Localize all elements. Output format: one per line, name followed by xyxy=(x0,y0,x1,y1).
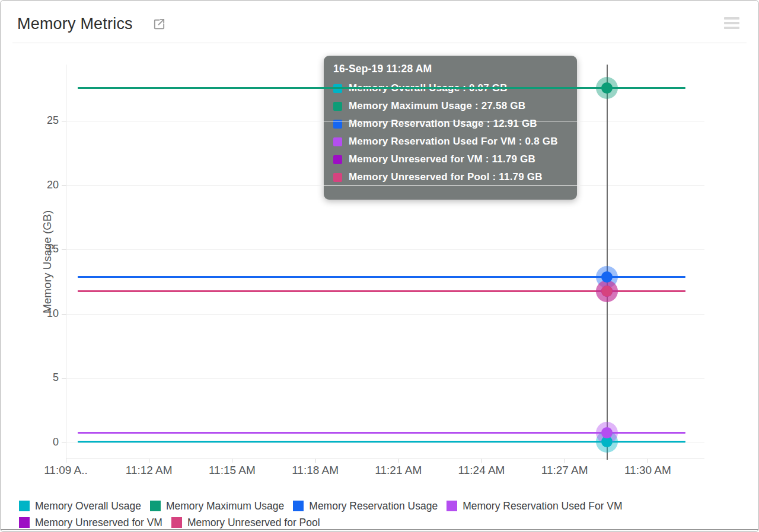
hover-marker-dot[interactable] xyxy=(601,427,613,438)
y-gridline xyxy=(66,249,704,250)
tooltip-row: Memory Maximum Usage : 27.58 GB xyxy=(333,97,567,115)
y-gridline xyxy=(66,185,704,186)
x-tick-label: 11:30 AM xyxy=(612,464,683,477)
legend-label: Memory Overall Usage xyxy=(35,500,141,512)
tooltip-series-value: Memory Maximum Usage : 27.58 GB xyxy=(349,100,525,112)
y-gridline xyxy=(66,378,704,379)
x-tick-label: 11:12 AM xyxy=(113,464,184,477)
widget-bottom-border xyxy=(1,529,758,530)
tooltip-series-swatch xyxy=(333,102,342,111)
x-tick-label: 11:21 AM xyxy=(363,464,434,477)
y-gridline xyxy=(66,121,704,121)
y-tick-mark xyxy=(62,185,66,186)
y-gridline xyxy=(66,314,704,315)
legend-swatch xyxy=(150,501,161,511)
x-tick-label: 11:27 AM xyxy=(529,464,600,477)
legend-swatch xyxy=(19,517,30,528)
tooltip-row: Memory Unreserved for VM : 11.79 GB xyxy=(333,150,567,168)
y-tick-label: 25 xyxy=(24,114,59,127)
legend-row: Memory Unreserved for VMMemory Unreserve… xyxy=(19,514,725,531)
y-tick-mark xyxy=(62,314,66,315)
legend-swatch xyxy=(447,501,457,511)
tooltip-timestamp: 16-Sep-19 11:28 AM xyxy=(333,63,567,75)
x-axis-line xyxy=(66,459,704,459)
legend-label: Memory Maximum Usage xyxy=(166,500,284,512)
x-tick-label: 11:18 AM xyxy=(280,464,351,477)
legend-label: Memory Unreserved for VM xyxy=(35,517,162,529)
legend-row: Memory Overall UsageMemory Maximum Usage… xyxy=(19,498,725,514)
y-tick-mark xyxy=(62,443,66,443)
x-tick-mark xyxy=(232,459,232,463)
tooltip-series-swatch xyxy=(333,137,342,146)
x-tick-label: 11:15 AM xyxy=(196,464,267,477)
chart-tooltip: 16-Sep-19 11:28 AM Memory Overall Usage … xyxy=(324,56,577,200)
x-tick-mark xyxy=(315,459,316,463)
y-tick-label: 10 xyxy=(24,307,59,320)
y-tick-label: 5 xyxy=(24,371,59,384)
tooltip-series-value: Memory Unreserved for Pool : 11.79 GB xyxy=(349,171,543,183)
x-tick-mark xyxy=(565,459,565,463)
tooltip-series-value: Memory Reservation Used For VM : 0.8 GB xyxy=(349,136,558,148)
legend-label: Memory Unreserved for Pool xyxy=(187,517,320,529)
y-tick-mark xyxy=(62,249,66,250)
legend-item-memory-overall-usage[interactable]: Memory Overall Usage xyxy=(19,500,141,512)
y-tick-label: 0 xyxy=(24,436,59,448)
legend-swatch xyxy=(293,501,304,511)
tooltip-row: Memory Reservation Used For VM : 0.8 GB xyxy=(333,133,567,150)
legend-swatch xyxy=(171,517,182,528)
legend-swatch xyxy=(19,501,30,511)
tooltip-series-value: Memory Reservation Usage : 12.91 GB xyxy=(349,118,537,130)
memory-metrics-widget: Memory Metrics Memory Usage (GB) 16-Sep-… xyxy=(0,0,759,532)
x-tick-label: 11:24 AM xyxy=(446,464,517,477)
chart-plot-area[interactable]: Memory Usage (GB) 16-Sep-19 11:28 AM Mem… xyxy=(1,1,758,531)
series-line-memory-maximum-usage[interactable] xyxy=(78,87,685,89)
chart-legend: Memory Overall UsageMemory Maximum Usage… xyxy=(19,498,725,531)
x-tick-mark xyxy=(481,459,482,463)
tooltip-series-swatch xyxy=(333,155,342,164)
series-line-memory-unreserved-for-pool[interactable] xyxy=(78,290,685,292)
tooltip-series-swatch xyxy=(333,173,342,182)
y-tick-label: 20 xyxy=(24,179,59,191)
legend-item-memory-maximum-usage[interactable]: Memory Maximum Usage xyxy=(150,500,284,512)
x-tick-mark xyxy=(66,459,66,463)
crosshair-line xyxy=(607,65,608,460)
hover-marker-dot[interactable] xyxy=(601,82,613,94)
series-line-memory-reservation-used-for-vm[interactable] xyxy=(78,432,685,434)
hover-marker-dot[interactable] xyxy=(601,271,613,283)
tooltip-row: Memory Reservation Usage : 12.91 GB xyxy=(333,115,567,133)
x-tick-mark xyxy=(648,459,648,463)
legend-label: Memory Reservation Usage xyxy=(309,500,438,512)
tooltip-series-value: Memory Unreserved for VM : 11.79 GB xyxy=(349,153,535,165)
hover-marker-dot[interactable] xyxy=(601,286,613,297)
legend-item-memory-reservation-used-for-vm[interactable]: Memory Reservation Used For VM xyxy=(447,500,622,512)
x-tick-label: 11:09 A.. xyxy=(30,464,101,477)
y-axis-line xyxy=(66,65,66,459)
y-tick-label: 15 xyxy=(24,243,59,255)
x-tick-mark xyxy=(398,459,399,463)
legend-item-memory-unreserved-for-vm[interactable]: Memory Unreserved for VM xyxy=(19,517,162,529)
tooltip-row: Memory Unreserved for Pool : 11.79 GB xyxy=(333,168,567,186)
series-line-memory-reservation-usage[interactable] xyxy=(78,276,685,278)
legend-item-memory-unreserved-for-pool[interactable]: Memory Unreserved for Pool xyxy=(171,517,320,529)
y-tick-mark xyxy=(62,121,66,121)
y-tick-mark xyxy=(62,378,66,379)
x-tick-mark xyxy=(149,459,149,463)
legend-item-memory-reservation-usage[interactable]: Memory Reservation Usage xyxy=(293,500,438,512)
legend-label: Memory Reservation Used For VM xyxy=(463,500,622,512)
